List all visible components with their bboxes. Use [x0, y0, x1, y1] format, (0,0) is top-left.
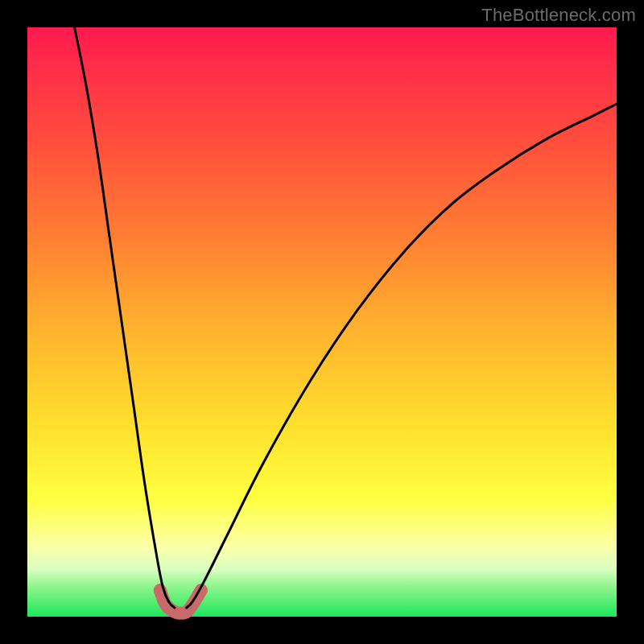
left-arm-curve — [75, 27, 175, 608]
chart-frame: TheBottleneck.com — [0, 0, 644, 644]
curve-layer — [75, 27, 617, 613]
chart-svg — [27, 27, 617, 617]
watermark-text: TheBottleneck.com — [481, 5, 636, 26]
right-arm-curve — [187, 104, 617, 608]
